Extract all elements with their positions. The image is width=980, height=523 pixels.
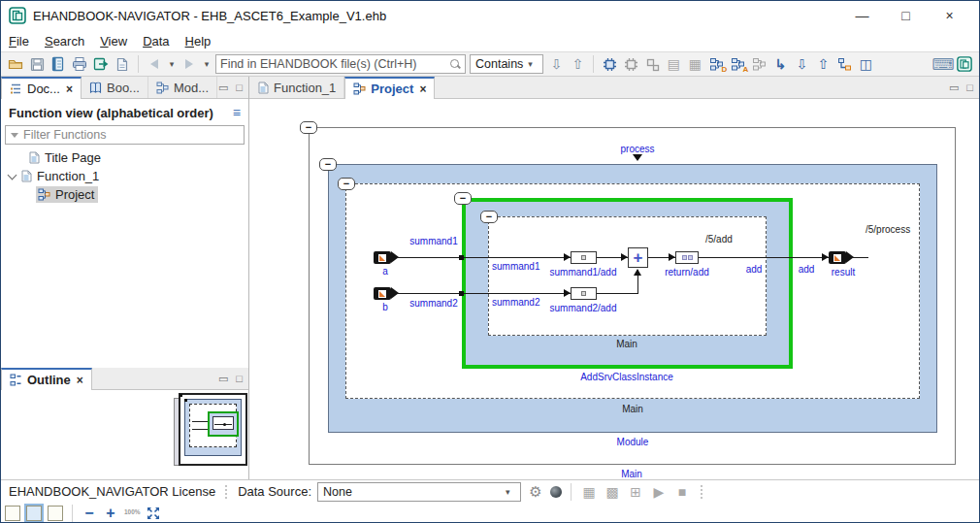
settings-gear-icon[interactable]: ⚙	[527, 483, 544, 501]
forward-icon[interactable]	[180, 55, 198, 73]
editor-area: Function_1 Project × ▭ □ − process	[249, 77, 979, 479]
collapse-module-main-button[interactable]: −	[338, 178, 355, 190]
tab-outline-close-icon[interactable]: ×	[77, 374, 83, 387]
ehandbook-icon[interactable]	[956, 55, 973, 73]
close-button[interactable]: ×	[928, 8, 971, 23]
add-outer-label: add	[799, 264, 815, 275]
outline-minimize-icon[interactable]: ▭	[218, 373, 228, 385]
tree-item-project-selection[interactable]: Project	[36, 186, 98, 203]
zoom-in-icon[interactable]: +	[103, 506, 118, 521]
ecu-model-secondary-icon[interactable]	[622, 55, 639, 73]
list-view-icon[interactable]: ▤	[665, 55, 682, 73]
zoom-out-icon[interactable]: −	[82, 506, 97, 521]
back-history-dropdown-icon[interactable]: ▾	[167, 55, 177, 73]
measure-config-icon[interactable]: ▩	[604, 484, 621, 500]
tab-outline-label: Outline	[27, 373, 71, 387]
expanded-chevron-icon[interactable]	[8, 170, 17, 180]
editor-tabstrip: Function_1 Project × ▭ □	[249, 77, 979, 99]
editor-minimize-icon[interactable]: ▭	[949, 82, 959, 94]
input-port-a[interactable]	[374, 251, 399, 264]
menu-help[interactable]: Help	[185, 34, 212, 49]
tree-item-function-1[interactable]: Function_1	[1, 167, 248, 185]
hierarchy-navigate-icon[interactable]	[835, 55, 853, 73]
new-window-icon[interactable]: ◫	[857, 55, 874, 73]
single-page-view-icon[interactable]	[5, 506, 20, 521]
arrowhead-icon	[621, 253, 628, 261]
collapse-instance-button[interactable]: −	[454, 192, 472, 205]
stop-measurement-icon[interactable]: ■	[673, 484, 691, 500]
wire-summand2	[398, 293, 571, 294]
hierarchy-definitions-icon[interactable]: D	[707, 55, 725, 73]
outline-thumbnail[interactable]	[174, 393, 247, 471]
separator	[701, 485, 703, 499]
ecu-model-small-icon[interactable]	[643, 55, 661, 73]
keyboard-shortcuts-icon[interactable]: ⌨	[934, 55, 952, 73]
sidebar-minimize-icon[interactable]: ▭	[218, 82, 228, 94]
data-source-select[interactable]: None ▾	[317, 482, 521, 502]
block-add-operator[interactable]: +	[628, 247, 648, 268]
tab-documents[interactable]: Doc... ×	[1, 77, 82, 99]
forward-history-dropdown-icon[interactable]: ▾	[202, 55, 212, 73]
tab-model[interactable]: Mod...	[148, 77, 217, 98]
thumbnail-page-view-icon[interactable]	[48, 506, 63, 521]
arrowhead-up-icon	[634, 269, 641, 276]
tab-bookmarks[interactable]: Boo...	[82, 77, 148, 98]
menu-data[interactable]: Data	[143, 34, 169, 49]
back-icon[interactable]	[146, 55, 163, 73]
open-file-icon[interactable]	[7, 55, 24, 73]
pdf-report-icon[interactable]	[114, 55, 131, 73]
export-icon[interactable]	[92, 55, 110, 73]
hierarchy-annotations-icon[interactable]: A	[729, 55, 746, 73]
print-icon[interactable]	[71, 55, 88, 73]
zoom-100-icon[interactable]: 100%	[124, 509, 141, 516]
split-page-view-icon[interactable]	[26, 506, 42, 521]
measure-grid-icon[interactable]: ▦	[580, 484, 598, 500]
visualization-icon[interactable]	[550, 486, 562, 498]
tab-model-label: Mod...	[174, 81, 209, 95]
find-input[interactable]	[220, 57, 446, 71]
tab-project[interactable]: Project ×	[344, 77, 435, 99]
find-previous-icon[interactable]: ⇧	[569, 55, 586, 73]
tree-item-project[interactable]: Project	[1, 185, 248, 204]
tab-project-close-icon[interactable]: ×	[419, 82, 426, 96]
sidebar-maximize-icon[interactable]: □	[236, 82, 243, 93]
filter-functions-input[interactable]	[23, 128, 239, 142]
table-view-icon[interactable]: ▦	[686, 55, 703, 73]
ecu-model-icon[interactable]	[601, 55, 618, 73]
jump-down-icon[interactable]: ⇩	[793, 55, 810, 73]
tab-documents-close-icon[interactable]: ×	[66, 82, 73, 96]
start-measurement-icon[interactable]: ▶	[650, 484, 668, 500]
input-port-b[interactable]	[374, 287, 399, 300]
window-title: EHANDBOOK-NAVIGATOR - EHB_ASCET6_Example…	[33, 9, 386, 23]
goto-reference-icon[interactable]: ↳	[771, 55, 789, 73]
select-arrow-icon: ▾	[506, 487, 515, 497]
measure-window-icon[interactable]: ⊞	[627, 484, 644, 500]
save-icon[interactable]	[28, 55, 46, 73]
block-return-add[interactable]	[675, 251, 699, 264]
diagram-canvas[interactable]: − process − − − −	[249, 99, 979, 479]
output-port-result[interactable]	[829, 251, 854, 264]
fit-to-screen-icon[interactable]	[147, 507, 160, 520]
menu-search[interactable]: Search	[45, 34, 84, 49]
handbook-icon[interactable]	[49, 55, 67, 73]
module-main-label: Main	[622, 404, 643, 414]
hierarchy-disabled-icon[interactable]	[750, 55, 768, 73]
block-summand1-add[interactable]	[571, 251, 597, 264]
outline-maximize-icon[interactable]: □	[236, 373, 243, 384]
menu-file[interactable]: File	[9, 34, 29, 49]
tree-item-title-page[interactable]: Title Page	[1, 148, 248, 167]
collapse-inner-button[interactable]: −	[480, 211, 498, 223]
contains-dropdown[interactable]: Contains ▾	[470, 54, 543, 74]
collapse-module-button[interactable]: −	[319, 158, 337, 171]
block-summand2-add[interactable]	[571, 287, 597, 300]
menu-view[interactable]: View	[100, 34, 127, 49]
minimize-button[interactable]: —	[840, 8, 884, 23]
maximize-button[interactable]: □	[884, 8, 928, 23]
view-menu-icon[interactable]: ≡	[233, 105, 241, 120]
tab-function-1[interactable]: Function_1	[249, 77, 344, 98]
find-next-icon[interactable]: ⇩	[547, 55, 565, 73]
collapse-outer-button[interactable]: −	[300, 121, 317, 134]
tab-outline[interactable]: Outline ×	[1, 368, 92, 390]
editor-maximize-icon[interactable]: □	[966, 82, 973, 93]
jump-up-icon[interactable]: ⇧	[814, 55, 832, 73]
